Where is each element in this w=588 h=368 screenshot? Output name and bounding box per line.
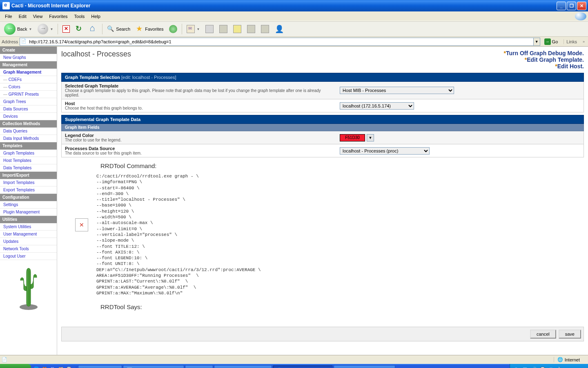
sidebar-plugin-mgmt[interactable]: Plugin Management bbox=[0, 209, 57, 216]
links-label[interactable]: Links bbox=[564, 39, 579, 44]
button-row: cancel save bbox=[61, 327, 584, 341]
action-edit-host[interactable]: *Edit Host. bbox=[503, 63, 584, 70]
mail-button[interactable]: ✉▼ bbox=[184, 23, 202, 35]
home-icon bbox=[89, 25, 98, 33]
maximize-button[interactable]: ❐ bbox=[567, 2, 576, 10]
sidebar-updates[interactable]: Updates bbox=[0, 238, 57, 245]
sidebar-data-sources[interactable]: Data Sources bbox=[0, 105, 57, 113]
sidebar-logout[interactable]: Logout User bbox=[0, 253, 57, 260]
template-select[interactable]: Host MIB - Processes bbox=[340, 87, 454, 94]
sidebar-data-templates[interactable]: Data Templates bbox=[0, 164, 57, 172]
search-button[interactable]: Search bbox=[105, 24, 133, 34]
task-image-viewer[interactable]: 🖼technical support.JPG... bbox=[334, 365, 395, 368]
forward-button[interactable]: ▼ bbox=[35, 22, 56, 36]
menu-tools[interactable]: Tools bbox=[71, 13, 88, 20]
sidebar-gprint[interactable]: GPRINT Presets bbox=[0, 91, 57, 98]
rrd-command-text: C:/cacti/rrdtool/rrdtool.exe graph - \ -… bbox=[96, 173, 261, 296]
zone-indicator: 🌐Internet bbox=[554, 357, 588, 362]
sidebar-header-collection: Collection Methods bbox=[0, 120, 57, 128]
minimize-button[interactable]: _ bbox=[557, 2, 566, 10]
research-button[interactable] bbox=[245, 23, 258, 35]
ds-help: The data source to use for this graph it… bbox=[65, 151, 333, 155]
sidebar-system-utils[interactable]: System Utilities bbox=[0, 223, 57, 231]
sidebar-header-templates: Templates bbox=[0, 142, 57, 150]
sidebar-data-input[interactable]: Data Input Methods bbox=[0, 135, 57, 142]
go-icon: → bbox=[544, 38, 551, 45]
section-supplemental: Supplemental Graph Template Data bbox=[61, 115, 584, 124]
sidebar-graph-trees[interactable]: Graph Trees bbox=[0, 98, 57, 105]
folder-button[interactable] bbox=[258, 23, 272, 35]
print-button[interactable] bbox=[203, 23, 216, 35]
task-rrdtool-cygwin[interactable]: 📁rrdtool-1.2.15-cygwi... bbox=[214, 365, 272, 368]
sidebar-graph-templates[interactable]: Graph Templates bbox=[0, 150, 57, 157]
sidebar-header-import: Import/Export bbox=[0, 172, 57, 179]
mail-icon: ✉ bbox=[187, 25, 195, 33]
sidebar-export-templates[interactable]: Export Templates bbox=[0, 186, 57, 194]
back-button[interactable]: Back▼ bbox=[2, 22, 34, 36]
sidebar-header-create: Create bbox=[0, 47, 57, 54]
go-button[interactable]: →Go bbox=[542, 38, 561, 46]
home-button[interactable] bbox=[87, 23, 100, 35]
start-button[interactable]: ⊞start bbox=[0, 364, 31, 368]
sidebar-settings[interactable]: Settings bbox=[0, 201, 57, 209]
sidebar-import-templates[interactable]: Import Templates bbox=[0, 179, 57, 186]
window-titlebar: Cacti - Microsoft Internet Explorer _ ❐ … bbox=[0, 0, 588, 11]
ql-app2-icon[interactable]: 📋 bbox=[66, 366, 74, 368]
task-cacti-ie[interactable]: 🌐Cacti - Microsoft Inte... bbox=[273, 365, 333, 368]
history-icon bbox=[169, 25, 177, 33]
edit-button[interactable] bbox=[217, 23, 230, 35]
sidebar-cdefs[interactable]: CDEFs bbox=[0, 76, 57, 83]
menu-view[interactable]: View bbox=[30, 13, 46, 20]
address-bar: Address 📄 ▼ →Go Links » bbox=[0, 37, 588, 47]
sidebar-colors[interactable]: Colors bbox=[0, 83, 57, 91]
color-label: Legend Color bbox=[65, 133, 333, 138]
save-button[interactable]: save bbox=[559, 330, 581, 339]
star-icon bbox=[136, 25, 143, 33]
ql-app-icon[interactable]: 📁 bbox=[58, 366, 65, 368]
sidebar-data-queries[interactable]: Data Queries bbox=[0, 128, 57, 135]
action-edit-template[interactable]: *Edit Graph Template. bbox=[503, 56, 584, 63]
task-firefox[interactable]: 🦊Mozilla Firefox bbox=[78, 365, 122, 368]
address-dropdown[interactable]: ▼ bbox=[533, 38, 540, 45]
sidebar-devices[interactable]: Devices bbox=[0, 113, 57, 120]
menu-favorites[interactable]: Favorites bbox=[46, 13, 71, 20]
color-dropdown[interactable]: ▼ bbox=[367, 134, 374, 141]
messenger-button[interactable]: 👤 bbox=[272, 23, 286, 35]
ql-ie-icon[interactable]: 🌐 bbox=[33, 366, 41, 368]
print-icon bbox=[205, 25, 214, 33]
ql-desktop-icon[interactable]: 🖥 bbox=[50, 366, 57, 368]
address-input[interactable] bbox=[28, 38, 533, 45]
sidebar-graph-management[interactable]: Graph Management bbox=[0, 69, 57, 76]
close-button[interactable]: ✕ bbox=[577, 2, 586, 10]
broken-image-icon: ✕ bbox=[75, 218, 88, 231]
history-button[interactable] bbox=[167, 23, 180, 35]
back-label: Back bbox=[17, 27, 27, 31]
refresh-button[interactable] bbox=[73, 23, 86, 35]
row-legend-color: Legend ColorThe color to use for the leg… bbox=[61, 131, 584, 144]
back-icon bbox=[4, 23, 16, 35]
sidebar-user-mgmt[interactable]: User Management bbox=[0, 231, 57, 238]
sidebar-header-utilities: Utilities bbox=[0, 216, 57, 223]
chevron-down-icon: ▼ bbox=[196, 27, 200, 31]
menu-help[interactable]: Help bbox=[88, 13, 104, 20]
links-chevron-icon: » bbox=[581, 40, 586, 44]
ql-firefox-icon[interactable]: 🦊 bbox=[42, 366, 49, 368]
task-sms-trace[interactable]: 📊SMS Trace - [D:\cacti... bbox=[123, 365, 184, 368]
menu-edit[interactable]: Edit bbox=[16, 13, 30, 20]
chevron-down-icon: ▼ bbox=[50, 27, 53, 31]
color-swatch[interactable]: F51D30 bbox=[340, 134, 365, 141]
sidebar-new-graphs[interactable]: New Graphs bbox=[0, 54, 57, 61]
menu-file[interactable]: File bbox=[2, 13, 16, 20]
search-label: Search bbox=[116, 27, 130, 31]
cancel-button[interactable]: cancel bbox=[530, 330, 556, 339]
task-rrdtool-folder[interactable]: 📁rrdtool bbox=[185, 365, 213, 368]
section-graph-item-fields: Graph Item Fields bbox=[61, 124, 584, 131]
discuss-button[interactable] bbox=[231, 23, 244, 35]
stop-button[interactable] bbox=[60, 24, 72, 34]
sidebar-network-tools[interactable]: Network Tools bbox=[0, 245, 57, 253]
host-select[interactable]: localhost (172.16.5.174) bbox=[340, 102, 414, 110]
favorites-button[interactable]: Favorites bbox=[134, 24, 166, 34]
action-debug-mode[interactable]: *Turn Off Graph Debug Mode. bbox=[503, 50, 584, 56]
ds-select[interactable]: localhost - Processes (proc) bbox=[340, 147, 430, 155]
sidebar-host-templates[interactable]: Host Templates bbox=[0, 157, 57, 164]
